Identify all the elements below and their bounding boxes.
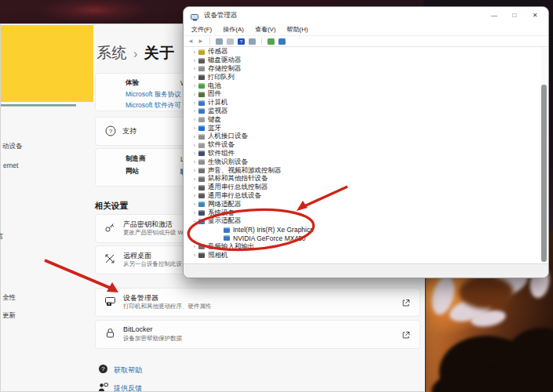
device-category-icon [198, 74, 205, 80]
device-category-icon [198, 168, 205, 173]
key-icon [104, 222, 117, 234]
properties-icon[interactable] [227, 38, 234, 45]
sidebar-item-fragment[interactable]: ernet [3, 162, 18, 169]
tree-item[interactable]: ›软件组件 [184, 150, 543, 158]
chevron-right-icon[interactable]: › [191, 92, 198, 97]
tree-item[interactable]: NVIDIA GeForce MX450 [184, 234, 543, 243]
tree-item[interactable]: ›声音、视频和游戏控制器 [184, 166, 543, 175]
device-category-icon [198, 92, 205, 97]
chevron-right-icon[interactable]: › [191, 159, 198, 165]
chevron-right-icon[interactable]: › [191, 252, 198, 258]
chevron-right-icon[interactable]: › [191, 210, 198, 216]
tree-item[interactable]: ›系统设备 [184, 209, 543, 217]
tree-item[interactable]: ›音频输入和输出 [184, 242, 543, 251]
forward-icon[interactable]: ► [198, 38, 204, 45]
breadcrumb-parent[interactable]: 系统 [96, 45, 127, 61]
update-driver-icon[interactable] [278, 38, 286, 45]
device-category-icon [198, 193, 205, 198]
tree-item[interactable]: ›传感器 [184, 48, 543, 56]
chevron-right-icon[interactable]: › [191, 100, 198, 106]
sidebar-search-underline [1, 104, 76, 107]
device-category-icon [198, 117, 205, 122]
chevron-right-icon[interactable]: › [191, 49, 198, 55]
device-category-icon [198, 66, 205, 71]
chevron-down-icon[interactable]: › [192, 218, 198, 224]
tree-item[interactable]: ›打印队列 [184, 73, 543, 82]
chevron-right-icon[interactable]: › [191, 176, 198, 182]
device-category-icon [198, 219, 205, 224]
tree-item[interactable]: ›软件设备 [184, 141, 543, 150]
tree-item[interactable]: ›鼠标和其他指针设备 [184, 175, 543, 183]
menu-操作(A)[interactable]: 操作(A) [223, 25, 244, 34]
tree-item[interactable]: ›通用串行总线设备 [184, 192, 543, 201]
tree-item[interactable]: ›生物识别设备 [184, 158, 543, 166]
card-subtitle: 设备加密帮助保护数据 [123, 335, 182, 343]
sidebar-item-fragment[interactable]: 动设备 [2, 142, 23, 151]
chevron-right-icon[interactable]: › [191, 108, 198, 114]
device-info-label: 制造商 [126, 154, 146, 164]
tree-item[interactable]: ›显示适配器 [184, 217, 543, 226]
scan-hardware-icon[interactable] [267, 38, 275, 45]
external-link-icon [402, 296, 410, 305]
device-manager-app-icon [191, 11, 199, 20]
scrollbar-thumb[interactable] [541, 85, 547, 262]
sidebar-item-fragment[interactable]: 更新 [2, 311, 16, 321]
chevron-right-icon[interactable]: › [191, 193, 198, 198]
card-BitLocker[interactable]: BitLocker设备加密帮助保护数据 [95, 320, 420, 349]
chevron-right-icon[interactable]: › [191, 244, 198, 249]
tree-item[interactable]: ›通用串行总线控制器 [184, 183, 543, 192]
tree-item[interactable]: ›照相机 [184, 251, 543, 260]
tree-item[interactable]: ›磁盘驱动器 [184, 56, 543, 65]
chevron-right-icon[interactable]: › [191, 151, 198, 156]
tree-item[interactable]: ›键盘 [184, 115, 543, 124]
chevron-right-icon[interactable]: › [191, 117, 198, 122]
menu-帮助(H)[interactable]: 帮助(H) [287, 25, 308, 34]
chevron-right-icon[interactable]: › [191, 83, 198, 89]
svg-text:?: ? [101, 365, 105, 372]
get-help-icon: ? [98, 363, 108, 377]
chevron-right-icon[interactable]: › [191, 201, 198, 207]
tree-item[interactable]: ›人机接口设备 [184, 132, 543, 141]
menu-文件(F)[interactable]: 文件(F) [191, 25, 212, 34]
chevron-right-icon[interactable]: › [191, 66, 198, 71]
tree-item[interactable]: ›监视器 [184, 107, 543, 116]
tree-item[interactable]: ›蓝牙 [184, 124, 543, 132]
maximize-button[interactable]: □ [504, 7, 525, 24]
link-获取帮助[interactable]: ?获取帮助 [98, 365, 142, 376]
tree-item-label: 显示适配器 [208, 216, 242, 226]
devices-icon[interactable] [249, 38, 256, 45]
device-tree: ›传感器›磁盘驱动器›存储控制器›打印队列›电池›固件›计算机›监视器›键盘›蓝… [184, 47, 543, 261]
tree-item-label: 照相机 [208, 251, 228, 260]
card-设备管理器[interactable]: 设备管理器打印机和其他驱动程序、硬件属性 [95, 288, 420, 317]
chevron-right-icon[interactable]: › [191, 185, 198, 191]
chevron-right-icon[interactable]: › [191, 143, 198, 148]
device-manager-icon [104, 296, 117, 308]
back-icon[interactable]: ◄ [187, 38, 194, 45]
tree-item[interactable]: ›网络适配器 [184, 200, 543, 209]
tree-item[interactable]: ›固件 [184, 90, 543, 99]
scrollbar[interactable] [541, 47, 547, 260]
menu-bar: 文件(F)操作(A)查看(V)帮助(H) [184, 24, 548, 36]
tree-item[interactable]: ›电池 [184, 82, 543, 90]
tree-item[interactable]: ›存储控制器 [184, 65, 543, 74]
sidebar-item-fragment[interactable]: 全性 [2, 293, 16, 303]
chevron-right-icon[interactable]: › [191, 74, 198, 80]
tree-item[interactable]: ›计算机 [184, 99, 543, 107]
chevron-right-icon[interactable]: › [191, 58, 198, 64]
menu-查看(V)[interactable]: 查看(V) [255, 25, 276, 34]
software-license-link[interactable]: Microsoft 软件许可 [126, 101, 181, 111]
title-bar[interactable]: 设备管理器 —□✕ [184, 7, 548, 24]
help-icon[interactable]: ? [238, 38, 245, 45]
device-info-label: 网站 [126, 167, 139, 176]
chevron-right-icon[interactable]: › [191, 134, 198, 140]
minimize-button[interactable]: — [484, 7, 504, 24]
console-tree-icon[interactable] [216, 38, 223, 45]
chevron-right-icon[interactable]: › [191, 125, 198, 131]
sidebar-item-fragment[interactable]: 言 [0, 232, 4, 241]
link-提供反馈[interactable]: 提供反馈 [98, 383, 142, 392]
tree-item[interactable]: Intel(R) Iris(R) Xe Graphics [184, 226, 543, 234]
close-button[interactable]: ✕ [525, 7, 545, 24]
card-subtitle: 打印机和其他驱动程序、硬件属性 [123, 303, 212, 310]
chevron-right-icon[interactable]: › [191, 168, 198, 173]
services-agreement-link[interactable]: Microsoft 服务协议 [126, 90, 181, 100]
